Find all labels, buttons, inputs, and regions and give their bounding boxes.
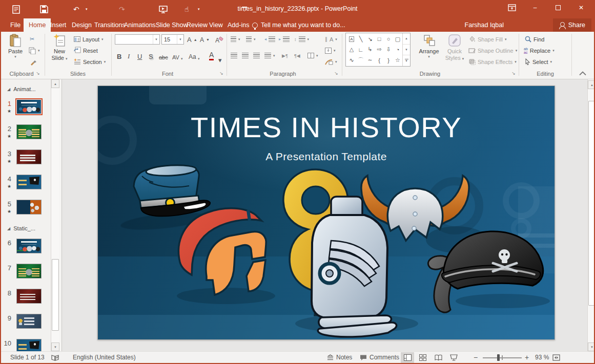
close-button[interactable]: ✕ [571,0,591,15]
align-text-button[interactable]: ▾ [325,46,336,55]
slide-thumbnail-9[interactable] [16,314,42,329]
numbering-button[interactable]: ▾ [246,35,256,44]
format-painter-button[interactable] [30,57,37,66]
slide-thumbnail-5[interactable] [16,200,42,215]
rtl-direction-button[interactable]: ¶◀ [294,51,300,60]
shape-right-arrow-icon[interactable]: ⇨ [375,45,384,55]
shape-scribble-icon[interactable]: ∿ [347,55,356,66]
share-button[interactable]: Share [553,18,591,32]
thumbnails-scroll-up[interactable]: ▲ [51,79,59,88]
shape-right-brace-icon[interactable]: } [384,55,393,66]
columns-button[interactable]: ▾ [307,51,318,60]
clear-formatting-button[interactable]: A [215,35,223,44]
slide-editing-canvas[interactable]: TIMES IN HISTORY A Presentation Template [61,79,587,351]
underline-button[interactable]: U [137,50,142,60]
signed-in-user[interactable]: Farshad Iqbal [465,18,504,32]
select-button[interactable]: Select▾ [525,57,552,66]
zoom-out-button[interactable]: − [474,352,478,363]
text-direction-button[interactable]: ∥A▾ [325,35,337,44]
increase-font-size-button[interactable]: A▲ [187,35,197,44]
quick-styles-button[interactable]: Quick Styles ▾ [443,33,466,61]
shape-text-box-icon[interactable]: A [347,34,356,45]
slide-thumbnail-10[interactable] [16,339,42,351]
zoom-level[interactable]: 93 % [535,352,549,363]
shapes-more-button[interactable]: ▼ [403,55,410,66]
minimize-button[interactable]: – [525,0,545,15]
thumbnails-scroll-thumb[interactable] [52,259,59,331]
arrange-button[interactable]: Arrange ▾ [416,33,442,58]
align-center-button[interactable] [242,51,249,60]
zoom-slider-thumb[interactable] [497,354,500,361]
shape-outline-button[interactable]: Shape Outline▾ [468,46,517,55]
new-slide-button[interactable]: New Slide ▾ [48,33,71,61]
slide-indicator[interactable]: Slide 1 of 13 [10,352,45,363]
collapse-ribbon-button[interactable] [579,69,588,75]
animation-star-icon[interactable]: ★ [2,209,11,214]
font-name-combobox[interactable]: ▾ [115,34,160,45]
editor-scroll-up[interactable]: ▲ [588,80,595,89]
shape-elbow-connector-icon[interactable]: ∟ [356,45,365,55]
bullets-button[interactable]: ▾ [231,35,240,44]
slide-thumbnail-4[interactable] [16,175,42,189]
notes-button[interactable]: Notes [327,352,352,363]
shape-pie-icon[interactable]: ◔ [393,45,402,55]
line-spacing-button[interactable]: ↕▾ [294,35,309,44]
shapes-scroll-up[interactable]: ▲ [403,33,410,45]
justify-button[interactable]: ▾ [264,51,275,60]
section-header-static[interactable]: ◢ Static_... [7,225,35,231]
slide-thumbnail-7[interactable] [16,264,42,279]
shape-line-icon[interactable]: ╲ [356,34,365,45]
tab-file[interactable]: File [5,18,26,32]
section-button[interactable]: Section▾ [74,57,106,66]
copy-button[interactable]: ▾ [29,46,40,55]
font-size-combobox[interactable]: 15▾ [161,34,184,45]
language-indicator[interactable]: English (United States) [73,352,136,363]
editor-scrollbar[interactable]: ▲ ▼ [587,79,595,351]
tell-me-box[interactable]: Tell me what you want to do... [252,18,345,32]
section-header-animated[interactable]: ◢ Animat... [7,86,36,92]
align-right-button[interactable] [253,51,260,60]
shapes-scroll-down[interactable]: ▼ [403,45,410,56]
shape-triangle-icon[interactable]: △ [347,45,356,55]
clipboard-dialog-launcher[interactable]: ↘ [35,70,41,76]
convert-to-smartart-button[interactable]: ▾ [325,57,337,66]
shape-rounded-rectangle-icon[interactable]: ▢ [393,34,402,45]
slide-show-view-button[interactable] [447,352,460,363]
thumbnails-scroll-down[interactable]: ▼ [51,342,59,351]
font-dialog-launcher[interactable]: ↘ [218,70,224,76]
shape-rectangle-icon[interactable]: □ [375,34,384,45]
shape-down-arrow-icon[interactable]: ⇩ [384,45,393,55]
shape-star-icon[interactable]: ☆ [393,55,402,66]
comments-button[interactable]: Comments [360,352,399,363]
slide-thumbnail-3[interactable] [16,149,42,164]
shape-arrow-icon[interactable]: ↘ [365,34,375,45]
normal-view-button[interactable] [401,352,414,363]
ltr-direction-button[interactable]: ▶¶ [282,51,288,60]
change-case-button[interactable]: Aa ▾ [189,50,200,60]
thumbnails-scrollbar[interactable]: ▲ ▼ [51,79,59,351]
zoom-in-button[interactable]: + [525,352,529,363]
slide-sorter-view-button[interactable] [416,352,429,363]
shape-curve-icon[interactable]: ∼ [365,55,375,66]
align-left-button[interactable] [231,51,237,60]
text-shadow-button[interactable]: S [149,50,153,60]
shape-effects-button[interactable]: Shape Effects▾ [468,57,517,66]
animation-star-icon[interactable]: ★ [2,109,11,114]
tab-add-ins[interactable]: Add-ins [222,18,254,32]
find-button[interactable]: Find [525,35,544,44]
animation-star-icon[interactable]: ★ [2,134,11,139]
replace-button[interactable]: abac Replace▾ [524,46,555,55]
decrease-font-size-button[interactable]: A▼ [200,35,210,44]
font-color-caret[interactable]: ▾ [218,53,222,63]
shape-fill-button[interactable]: Shape Fill▾ [468,35,506,44]
animation-star-icon[interactable]: ★ [2,184,11,189]
italic-button[interactable]: I [128,50,130,60]
editor-scroll-down[interactable]: ▼ [588,342,595,351]
cut-button[interactable]: ✂ [30,35,34,44]
layout-button[interactable]: Layout▾ [74,35,104,44]
slide-thumbnail-6[interactable] [16,239,42,253]
character-spacing-button[interactable]: AV ▾ [172,50,182,60]
spell-check-icon[interactable] [51,352,59,363]
maximize-button[interactable] [548,0,568,15]
bold-button[interactable]: B [117,50,121,60]
